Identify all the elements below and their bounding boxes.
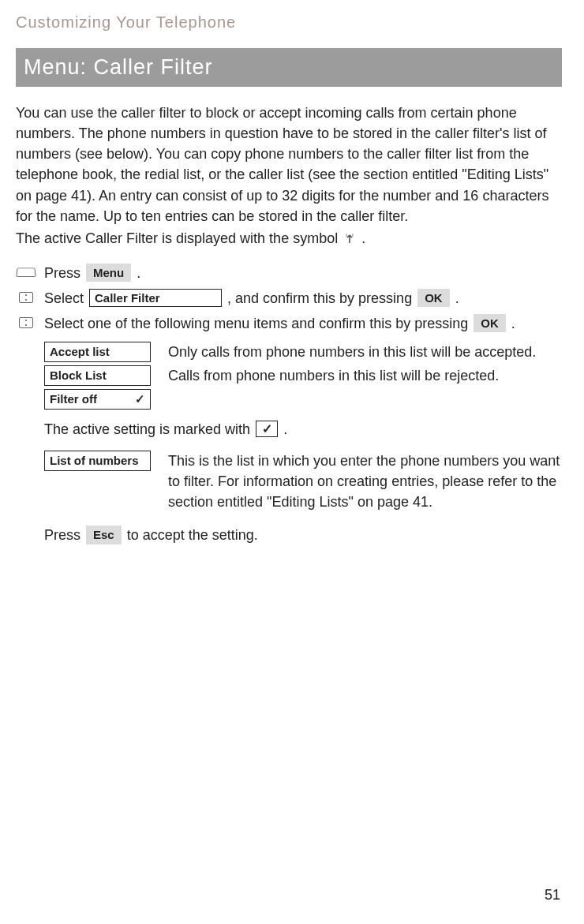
intro-p2-prefix: The active Caller Filter is displayed wi… xyxy=(16,230,342,246)
block-list-label: Block List xyxy=(50,367,107,384)
list-of-numbers-label: List of numbers xyxy=(50,452,139,469)
caller-filter-menu-item[interactable]: Caller Filter xyxy=(89,289,222,308)
step2-text-c: . xyxy=(451,290,459,306)
checkmark-icon: ✓ xyxy=(135,391,145,408)
ok-button[interactable]: OK xyxy=(474,314,506,333)
press-esc-line: Press Esc to accept the setting. xyxy=(16,525,562,545)
block-list-item[interactable]: Block List xyxy=(44,365,151,386)
intro-p1: You can use the caller filter to block o… xyxy=(16,103,562,226)
intro-p2: The active Caller Filter is displayed wi… xyxy=(16,228,562,249)
menu-button[interactable]: Menu xyxy=(86,264,131,282)
step1-text-b: . xyxy=(133,265,140,281)
esc-button[interactable]: Esc xyxy=(86,526,122,544)
step-select-caller-filter: Select Caller Filter , and confirm this … xyxy=(16,288,562,309)
accept-list-label: Accept list xyxy=(50,343,110,361)
step-select-menu-item: Select one of the following menu items a… xyxy=(16,313,562,334)
accept-list-item[interactable]: Accept list xyxy=(44,342,151,362)
filter-off-row: Filter off ✓ xyxy=(44,389,562,410)
step2-text-b: , and confirm this by pressing xyxy=(223,290,416,306)
step1-text-a: Press xyxy=(44,265,84,281)
after-menu-b: . xyxy=(283,421,287,437)
softkey-icon xyxy=(16,265,36,279)
ok-button[interactable]: OK xyxy=(417,289,450,308)
step3-text-a: Select one of the following menu items a… xyxy=(44,316,472,331)
accept-list-row: Accept list Only calls from phone number… xyxy=(44,342,562,362)
intro-paragraph: You can use the caller filter to block o… xyxy=(16,103,562,249)
checkmark-box-icon: ✓ xyxy=(256,421,278,437)
block-list-desc: Calls from phone numbers in this list wi… xyxy=(168,365,562,386)
filter-off-label: Filter off xyxy=(50,391,97,408)
block-list-row: Block List Calls from phone numbers in t… xyxy=(44,365,562,386)
step-press-menu: Press Menu . xyxy=(16,263,562,283)
chapter-title: Customizing Your Telephone xyxy=(16,11,562,34)
navigation-key-icon xyxy=(16,316,36,330)
section-heading-text: Menu: Caller Filter xyxy=(16,48,219,87)
intro-p2-suffix: . xyxy=(361,230,365,246)
step2-text-a: Select xyxy=(44,290,88,306)
navigation-key-icon xyxy=(16,290,36,305)
press-esc-a: Press xyxy=(44,527,84,543)
step3-text-b: . xyxy=(507,316,515,331)
page-number: 51 xyxy=(545,885,560,905)
list-of-numbers-desc: This is the list in which you enter the … xyxy=(168,451,562,512)
caller-filter-symbol-icon xyxy=(343,230,356,242)
after-menu-a: The active setting is marked with xyxy=(44,421,254,437)
accept-list-desc: Only calls from phone numbers in this li… xyxy=(168,342,562,362)
filter-off-item[interactable]: Filter off ✓ xyxy=(44,389,151,410)
section-heading-bar: Menu: Caller Filter xyxy=(16,48,562,87)
active-setting-note: The active setting is marked with ✓ . xyxy=(16,419,562,440)
press-esc-b: to accept the setting. xyxy=(123,527,258,543)
list-of-numbers-item[interactable]: List of numbers xyxy=(44,451,151,471)
list-of-numbers-row: List of numbers This is the list in whic… xyxy=(16,451,562,512)
menu-items: Accept list Only calls from phone number… xyxy=(16,342,562,410)
